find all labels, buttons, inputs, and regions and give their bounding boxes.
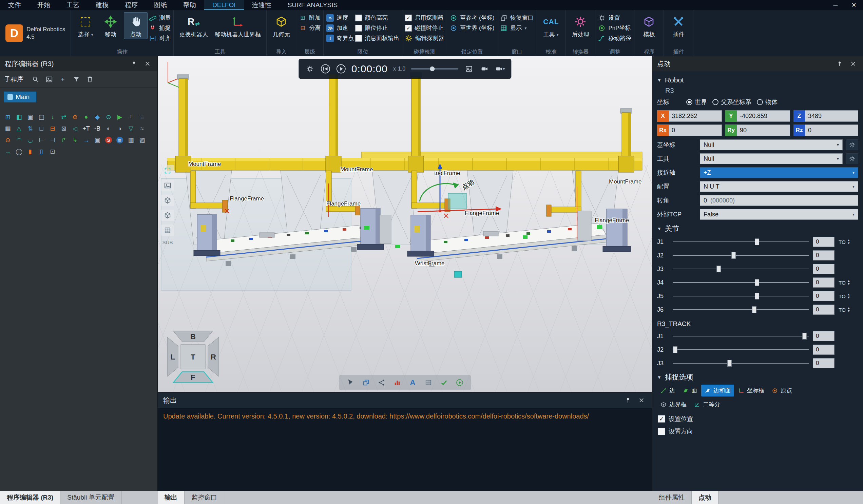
tab-component-properties[interactable]: 组件属性 xyxy=(652,491,692,504)
menu-tab-delfoi[interactable]: DELFOI xyxy=(204,0,244,10)
pin-icon[interactable] xyxy=(129,59,139,69)
editor-tool-icon[interactable]: ⊟ xyxy=(48,124,57,133)
external-tcp-dropdown[interactable]: False▾ xyxy=(700,209,858,220)
x-value-field[interactable]: 3182.262 xyxy=(668,110,722,122)
z-value-field[interactable]: 3489 xyxy=(805,110,858,122)
menu-tab-start[interactable]: 开始 xyxy=(29,0,58,10)
editor-tool-icon[interactable]: → xyxy=(3,147,12,156)
layers-icon[interactable] xyxy=(161,225,174,236)
singularity-button[interactable]: !奇异点 xyxy=(326,34,354,42)
menu-tab-program[interactable]: 程序 xyxy=(117,0,146,10)
chart-tool-icon[interactable] xyxy=(392,378,402,388)
nodes-tool-icon[interactable] xyxy=(377,378,387,388)
joint-value-j6[interactable]: 0 xyxy=(813,305,835,315)
geometry-import-button[interactable]: 几何元 xyxy=(270,12,293,39)
snap-options-section-header[interactable]: ▼ 捕捉选项 xyxy=(657,373,858,382)
accel-limit-button[interactable]: ≫加速 xyxy=(326,24,354,32)
snap-edge-button[interactable]: 边 xyxy=(657,385,678,396)
measure-button[interactable]: 测量 xyxy=(149,14,171,22)
editor-tool-icon[interactable]: ▤ xyxy=(37,113,46,122)
edit-detector-button[interactable]: 编辑探测器 xyxy=(405,34,444,42)
editor-tool-icon[interactable]: ≡ xyxy=(138,113,147,122)
joint-slider-j3[interactable] xyxy=(673,265,809,273)
editor-tool-icon[interactable]: ⊕ xyxy=(71,113,79,122)
rz-value-field[interactable]: 0 xyxy=(805,125,858,136)
editor-tool-icon[interactable]: ◑ xyxy=(115,124,124,133)
camera-options-icon[interactable]: ▾ xyxy=(495,64,505,74)
pin-icon[interactable] xyxy=(623,395,633,405)
window-close-button[interactable]: ✕ xyxy=(845,0,863,10)
base-frame-gear-icon[interactable] xyxy=(846,139,858,150)
tab-staubli-cell-config[interactable]: Stäubli 单元配置 xyxy=(60,491,122,504)
sub-mode-label[interactable]: SUB xyxy=(162,239,173,245)
menu-tab-connectivity[interactable]: 连通性 xyxy=(244,0,279,10)
editor-tool-icon[interactable]: ◧ xyxy=(15,113,23,122)
postprocess-button[interactable]: 后处理 xyxy=(568,12,592,39)
slider-handle[interactable] xyxy=(755,279,759,286)
close-icon[interactable] xyxy=(142,59,153,69)
joint-slider-j2[interactable] xyxy=(673,252,809,259)
editor-tool-icon[interactable]: → xyxy=(82,136,90,144)
slider-handle[interactable] xyxy=(673,346,677,353)
editor-tool-icon[interactable]: ⇄ xyxy=(59,113,68,122)
tab-monitor-window[interactable]: 监控窗口 xyxy=(185,491,224,504)
spinner-icon[interactable]: ▲▼ xyxy=(847,279,850,286)
track-slider-j2[interactable] xyxy=(673,346,809,353)
track-value-j2[interactable]: 0 xyxy=(813,344,835,355)
joint-to-button-j6[interactable]: TO▲▼ xyxy=(839,306,858,313)
editor-tool-icon[interactable]: ⊡ xyxy=(48,147,57,156)
joint-value-j2[interactable]: 0 xyxy=(813,250,835,261)
viewport-3d[interactable]: 点动 MountFrame MountFrame toolFrame Flang… xyxy=(158,56,652,392)
editor-tool-icon[interactable]: ▦ xyxy=(3,124,12,133)
main-routine-item[interactable]: Main xyxy=(4,91,36,102)
close-icon[interactable] xyxy=(636,395,647,405)
set-position-checkbox[interactable]: ✓ xyxy=(658,415,665,423)
align-button[interactable]: 对齐 xyxy=(149,34,171,42)
editor-tool-icon[interactable]: ▥ xyxy=(126,136,135,144)
color-highlight-checkbox[interactable]: 颜色高亮 xyxy=(355,14,399,22)
joints-section-header[interactable]: ▼ 关节 xyxy=(657,224,858,234)
lock-to-world-button[interactable]: 至世界 (坐标) xyxy=(450,24,494,32)
slider-handle[interactable] xyxy=(752,306,756,313)
editor-tool-icon[interactable]: ◯ xyxy=(15,147,23,156)
speed-slider[interactable] xyxy=(411,68,458,70)
restore-windows-button[interactable]: 恢复窗口 xyxy=(500,14,533,22)
stop-badge-icon[interactable]: S xyxy=(104,136,113,144)
radio-world[interactable]: 世界 xyxy=(686,98,707,106)
editor-tool-icon[interactable]: ▣ xyxy=(26,113,35,122)
attach-button[interactable]: ⊞附加 xyxy=(299,14,321,22)
track-value-j3[interactable]: 0 xyxy=(813,358,835,368)
set-direction-row[interactable]: 设置方向 xyxy=(658,427,858,436)
slider-handle[interactable] xyxy=(802,333,807,340)
swap-robot-button[interactable]: R⇄ 更换机器人 xyxy=(176,12,211,39)
tool-calibration-button[interactable]: CAL 工具▾ xyxy=(539,12,563,39)
editor-tool-icon[interactable]: ≈ xyxy=(138,124,147,133)
add-icon[interactable]: + xyxy=(58,75,67,84)
spinner-icon[interactable]: ▲▼ xyxy=(847,293,850,299)
snap-frame-button[interactable]: 坐标框 xyxy=(735,385,768,396)
editor-tool-icon[interactable]: ▯ xyxy=(37,147,46,156)
joint-value-j3[interactable]: 0 xyxy=(813,264,835,274)
slider-handle[interactable] xyxy=(755,293,759,300)
speed-slider-knob[interactable] xyxy=(430,66,435,71)
menu-tab-help[interactable]: 帮助 xyxy=(175,0,204,10)
menu-tab-file[interactable]: 文件 xyxy=(0,0,29,10)
move-robot-world-frame-button[interactable]: 移动机器人世界框 xyxy=(212,12,264,39)
turn-field[interactable]: 0(000000) xyxy=(700,195,858,206)
new-document-icon[interactable] xyxy=(45,75,54,84)
editor-tool-icon[interactable]: ▨ xyxy=(138,136,147,144)
editor-tool-icon[interactable]: ⊢ xyxy=(37,136,46,144)
editor-tool-icon[interactable]: ⊣ xyxy=(48,136,57,144)
editor-tool-icon[interactable]: + xyxy=(126,113,135,122)
tab-jog[interactable]: 点动 xyxy=(692,491,718,504)
export-image-icon[interactable] xyxy=(464,64,474,74)
approach-axis-dropdown[interactable]: +Z▾ xyxy=(700,167,858,178)
editor-tool-icon[interactable]: ◁ xyxy=(71,124,79,133)
editor-tool-icon[interactable]: ⊖ xyxy=(3,136,12,144)
pin-icon[interactable] xyxy=(835,59,845,69)
set-direction-checkbox[interactable] xyxy=(658,428,665,435)
snap-bounding-box-button[interactable]: 边界框 xyxy=(657,399,690,411)
pnp-coordinates-button[interactable]: PnP坐标 xyxy=(598,24,631,32)
editor-tool-icon[interactable]: ⇅ xyxy=(26,124,35,133)
track-value-j1[interactable]: 0 xyxy=(813,331,835,341)
